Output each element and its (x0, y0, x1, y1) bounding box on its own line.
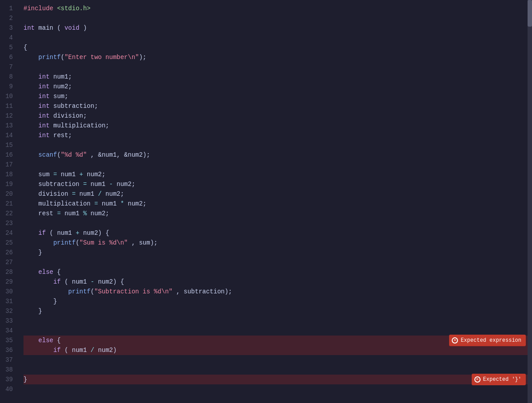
code-line: rest = num1 % num2; (23, 209, 532, 218)
code-area[interactable]: 1 2 3 4 5 6 7 8 9 10 11 12 13 14 15 16 1… (0, 0, 532, 403)
error-icon-2: ✕ (474, 376, 481, 383)
code-line: #include <stdio.h> (23, 4, 532, 13)
code-content[interactable]: #include <stdio.h> int main ( void ) { p… (20, 0, 532, 403)
error-badge-expected-expression: ✕ Expected expression (449, 335, 526, 346)
code-line: printf("Sum is %d\n" , sum); (23, 238, 532, 248)
code-line: } (23, 248, 532, 257)
code-line: int rest; (23, 130, 532, 140)
error-code-line: else { ✕ Expected expression (23, 336, 532, 345)
code-line: printf("Enter two number\n"); (23, 52, 532, 62)
code-line: scanf("%d %d" , &num1, &num2); (23, 150, 532, 160)
code-line: subtraction = num1 - num2; (23, 179, 532, 189)
code-line: printf("Subtraction is %d\n" , subtracti… (23, 287, 532, 296)
code-line: if ( num1 + num2) { (23, 228, 532, 238)
line-numbers: 1 2 3 4 5 6 7 8 9 10 11 12 13 14 15 16 1… (0, 0, 20, 403)
scrollbar[interactable] (528, 0, 532, 403)
code-line (23, 326, 532, 336)
code-line: multiplication = num1 * num2; (23, 199, 532, 209)
code-line: sum = num1 + num2; (23, 170, 532, 179)
error-code-line-2: } ✕ Expected '}' (23, 375, 532, 384)
code-line (23, 140, 532, 150)
code-line (23, 355, 532, 365)
code-line: int sum; (23, 91, 532, 101)
code-line (23, 316, 532, 326)
code-line: if ( num1 / num2) (23, 345, 532, 355)
code-editor: 1 2 3 4 5 6 7 8 9 10 11 12 13 14 15 16 1… (0, 0, 532, 403)
code-line: int num1; (23, 72, 532, 82)
error-message-expected-brace: Expected '}' (483, 375, 521, 384)
code-line (23, 257, 532, 267)
code-line: int subtraction; (23, 101, 532, 111)
error-message-expected-expression: Expected expression (461, 336, 521, 345)
code-line: { (23, 43, 532, 52)
code-line (23, 365, 532, 375)
scrollbar-thumb[interactable] (528, 0, 532, 27)
code-line: else { (23, 267, 532, 277)
error-badge-expected-brace: ✕ Expected '}' (472, 374, 526, 385)
code-line: if ( num1 - num2) { (23, 277, 532, 287)
code-line (23, 33, 532, 43)
code-line: int multiplication; (23, 121, 532, 130)
code-line (23, 384, 532, 394)
code-line: int num2; (23, 82, 532, 91)
code-line: division = num1 / num2; (23, 189, 532, 199)
code-line: } (23, 306, 532, 316)
code-line: } (23, 296, 532, 306)
code-line (23, 13, 532, 23)
code-line (23, 218, 532, 228)
error-icon: ✕ (452, 337, 458, 344)
code-line (23, 160, 532, 170)
code-line (23, 62, 532, 72)
code-line: int main ( void ) (23, 23, 532, 33)
code-line: int division; (23, 111, 532, 121)
